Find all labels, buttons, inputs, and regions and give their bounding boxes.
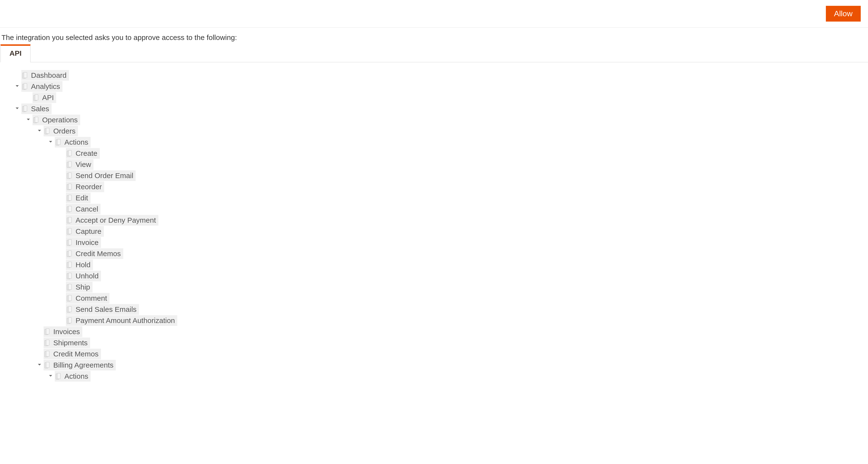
tree-item[interactable]: Credit Memos: [43, 349, 101, 359]
collapse-icon[interactable]: [48, 373, 53, 378]
resource-icon: [67, 295, 73, 301]
resource-icon: [67, 206, 73, 212]
tree-node: Edit: [59, 193, 868, 203]
tree-item-label: Actions: [64, 137, 88, 147]
tree-node: OperationsOrdersActionsCreateViewSend Or…: [26, 115, 868, 382]
tree-node: View: [59, 159, 868, 170]
resource-icon: [67, 173, 73, 179]
tree-node: Credit Memos: [37, 349, 868, 359]
tree-item[interactable]: Ship: [66, 282, 93, 292]
tree-item-label: Reorder: [75, 182, 102, 192]
tree-node: Invoices: [37, 326, 868, 337]
tree-item-label: Billing Agreements: [53, 360, 113, 370]
tree-node: Actions: [48, 371, 868, 382]
tree-item-label: Invoices: [53, 327, 80, 337]
resource-icon: [56, 139, 62, 145]
tree-item[interactable]: API: [32, 92, 56, 103]
resource-icon: [67, 317, 73, 324]
resource-icon: [22, 106, 29, 112]
collapse-icon[interactable]: [14, 106, 20, 111]
resource-icon: [33, 94, 40, 101]
resource-icon: [67, 150, 73, 156]
tree-item[interactable]: Operations: [32, 115, 80, 125]
tree-node: Billing AgreementsActions: [37, 360, 868, 382]
tree-item[interactable]: Billing Agreements: [43, 360, 116, 371]
tree-item[interactable]: Create: [66, 148, 100, 159]
tree-item-label: Shipments: [53, 338, 88, 348]
resource-icon: [67, 239, 73, 246]
tree-item[interactable]: Hold: [66, 260, 93, 270]
tree-item[interactable]: Actions: [55, 137, 91, 148]
resource-icon: [22, 72, 29, 79]
resource-icon: [22, 83, 29, 90]
collapse-icon[interactable]: [37, 128, 42, 133]
resource-icon: [56, 373, 62, 379]
resource-icon: [44, 362, 51, 368]
tree-node: Comment: [59, 293, 868, 303]
tree-item[interactable]: Unhold: [66, 271, 101, 281]
resource-icon: [67, 306, 73, 313]
tree-item[interactable]: Comment: [66, 293, 110, 303]
tree-node: Create: [59, 148, 868, 159]
tree-item-label: Analytics: [31, 82, 60, 91]
tree-node: Ship: [59, 282, 868, 292]
resource-icon: [67, 251, 73, 257]
tree-item[interactable]: Accept or Deny Payment: [66, 215, 158, 226]
resource-tree: DashboardAnalyticsAPISalesOperationsOrde…: [0, 62, 868, 387]
tree-item-label: API: [42, 93, 54, 103]
tree-item[interactable]: Orders: [43, 126, 78, 137]
tree-item[interactable]: Invoices: [43, 326, 82, 337]
tree-item-label: Credit Memos: [53, 349, 99, 359]
resource-icon: [44, 128, 51, 134]
tree-item-label: Create: [75, 148, 97, 158]
tree-node: Accept or Deny Payment: [59, 215, 868, 226]
collapse-icon[interactable]: [48, 139, 53, 144]
tree-item[interactable]: Actions: [55, 371, 91, 382]
resource-icon: [67, 217, 73, 223]
resource-icon: [44, 351, 51, 357]
tree-item[interactable]: Edit: [66, 193, 91, 203]
tree-item[interactable]: Analytics: [21, 81, 62, 92]
tree-item[interactable]: View: [66, 159, 93, 170]
resource-icon: [67, 284, 73, 290]
collapse-icon[interactable]: [26, 117, 31, 122]
tree-item-label: Actions: [64, 372, 88, 381]
resource-icon: [67, 184, 73, 190]
tree-node: Cancel: [59, 204, 868, 214]
tree-item-label: Ship: [75, 282, 90, 292]
tree-item[interactable]: Capture: [66, 226, 104, 237]
resource-icon: [67, 162, 73, 168]
tree-node: Reorder: [59, 181, 868, 192]
tree-item[interactable]: Credit Memos: [66, 249, 123, 259]
tree-item[interactable]: Shipments: [43, 338, 90, 348]
resource-icon: [44, 328, 51, 335]
tree-item[interactable]: Dashboard: [21, 70, 69, 81]
tree-item-label: Operations: [42, 115, 78, 125]
collapse-icon[interactable]: [37, 362, 42, 367]
tree-item-label: Hold: [75, 260, 91, 270]
resource-icon: [44, 340, 51, 346]
tree-item-label: Credit Memos: [75, 249, 121, 259]
tree-node: ActionsCreateViewSend Order EmailReorder…: [48, 137, 868, 326]
tree-item[interactable]: Cancel: [66, 204, 100, 214]
resource-icon: [67, 195, 73, 201]
tree-item-label: Edit: [75, 193, 88, 203]
tree-item-label: Send Order Email: [75, 171, 133, 180]
tree-node: Send Order Email: [59, 170, 868, 181]
tree-node: AnalyticsAPI: [14, 81, 868, 103]
tree-item[interactable]: Payment Amount Authorization: [66, 315, 177, 326]
tree-item[interactable]: Reorder: [66, 181, 104, 192]
tree-item[interactable]: Send Order Email: [66, 170, 135, 181]
collapse-icon[interactable]: [14, 83, 20, 89]
tree-node: SalesOperationsOrdersActionsCreateViewSe…: [14, 104, 868, 382]
tab-api[interactable]: API: [0, 44, 31, 62]
tree-item-label: Sales: [31, 104, 49, 114]
tree-item[interactable]: Invoice: [66, 237, 101, 248]
tree-item[interactable]: Sales: [21, 104, 52, 114]
tree-node: Payment Amount Authorization: [59, 315, 868, 326]
tree-item[interactable]: Send Sales Emails: [66, 304, 139, 315]
tree-node: Hold: [59, 260, 868, 270]
allow-button[interactable]: Allow: [826, 6, 861, 22]
tree-item-label: Accept or Deny Payment: [75, 215, 156, 225]
tree-item-label: Comment: [75, 293, 107, 303]
